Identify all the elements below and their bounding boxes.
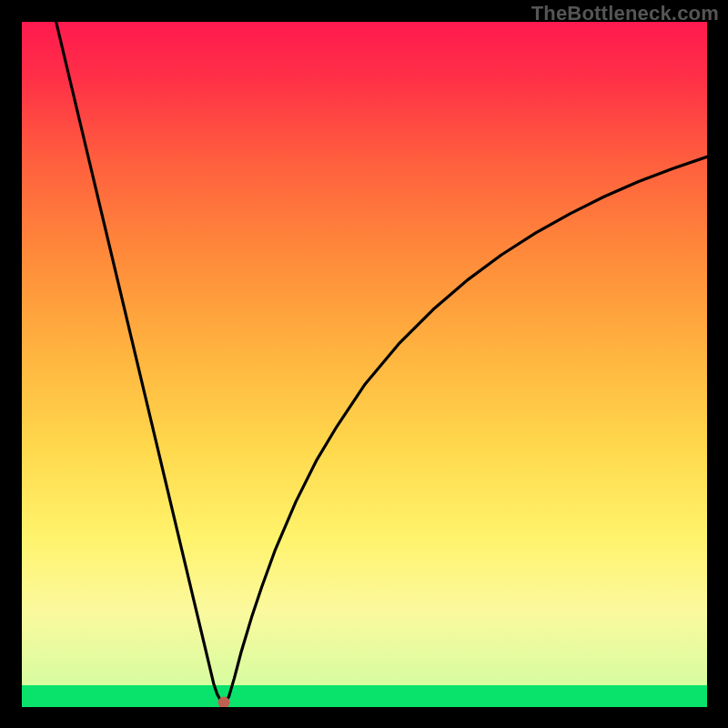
curve-svg bbox=[22, 22, 707, 707]
plot-area bbox=[22, 22, 707, 707]
minimum-marker bbox=[218, 697, 230, 707]
curve-path bbox=[56, 22, 707, 703]
chart-frame: TheBottleneck.com bbox=[0, 0, 728, 728]
